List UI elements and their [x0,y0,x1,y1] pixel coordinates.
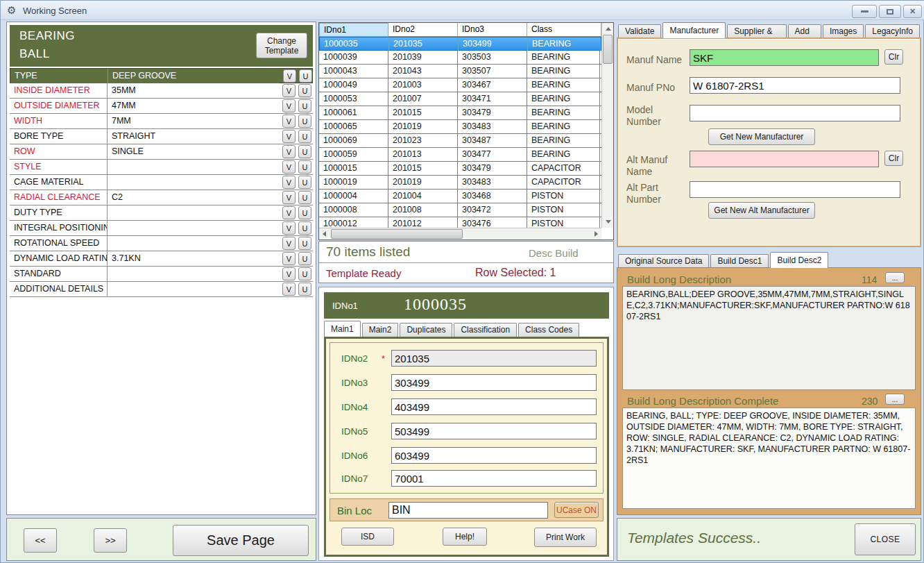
grid-column-header[interactable]: IDno3 [458,23,527,37]
update-attr-button[interactable]: U [298,145,311,158]
grid-row[interactable]: 1000039 201039 303503 BEARING [319,51,601,65]
update-attr-button[interactable]: U [298,283,311,296]
tab-manufacturer[interactable]: Manufacturer [662,22,726,38]
model-number-field[interactable] [690,105,900,121]
grid-row[interactable]: 1000019 201019 303483 CAPACITOR [319,176,601,190]
grid-row[interactable]: 1000069 201023 303487 BEARING [319,134,601,148]
maximize-button[interactable] [879,5,901,18]
validate-attr-button[interactable]: V [282,252,296,265]
idno2-field[interactable] [391,350,597,367]
tab-class-codes[interactable]: Class Codes [518,323,579,337]
grid-row[interactable]: 1000061 201015 303479 BEARING [319,106,601,120]
scroll-up-icon[interactable] [606,27,611,31]
validate-attr-button[interactable]: V [282,99,296,112]
idno4-field[interactable] [391,398,597,415]
validate-attr-button[interactable]: V [282,191,296,204]
idno6-field[interactable] [391,447,597,464]
isd-button[interactable]: ISD [341,528,394,546]
alt-part-number-field[interactable] [690,181,900,198]
prev-page-button[interactable]: << [24,528,57,553]
update-attr-button[interactable]: U [298,267,311,280]
tab-classification[interactable]: Classification [454,323,517,337]
tab-build-desc2[interactable]: Build Desc2 [770,252,828,268]
help-button[interactable]: Help! [443,528,487,546]
tab-validate[interactable]: Validate [618,24,661,38]
update-attr-button[interactable]: U [298,206,311,219]
grid-horizontal-scrollbar[interactable] [319,228,601,240]
manuf-name-field[interactable] [690,49,879,66]
update-attr-button[interactable]: U [299,69,312,83]
horizontal-scroll-thumb[interactable] [331,229,463,239]
grid-column-header[interactable]: IDno1 [319,23,388,37]
update-attr-button[interactable]: U [298,99,311,112]
update-attr-button[interactable]: U [298,160,311,174]
grid-row[interactable]: 1000004 201004 303468 PISTON [319,190,601,203]
clr-manuf-name-button[interactable]: Clr [884,49,903,65]
grid-row[interactable]: 1000059 201013 303477 BEARING [319,148,601,162]
clr-alt-manuf-button[interactable]: Clr [884,151,903,166]
close-button[interactable]: CLOSE [855,523,916,555]
expand-long-description-button[interactable]: ... [885,272,905,283]
idno3-field[interactable] [391,374,597,391]
update-attr-button[interactable]: U [298,221,311,235]
get-new-alt-manufacturer-button[interactable]: Get New Alt Manufacturer [708,202,815,219]
grid-row[interactable]: 1000049 201003 303467 BEARING [319,78,601,92]
scroll-left-icon[interactable] [323,231,326,237]
expand-long-description-complete-button[interactable]: ... [885,394,905,405]
validate-attr-button[interactable]: V [282,130,296,143]
update-attr-button[interactable]: U [298,237,311,250]
next-page-button[interactable]: >> [94,528,127,553]
build-long-description-complete-text[interactable]: BEARING, BALL; TYPE: DEEP GROOVE, INSIDE… [622,407,916,509]
update-attr-button[interactable]: U [298,191,311,204]
validate-attr-button[interactable]: V [282,160,296,174]
validate-attr-button[interactable]: V [282,221,296,235]
scroll-down-icon[interactable] [606,220,611,224]
grid-row[interactable]: 1000008 201008 303472 PISTON [319,203,601,217]
alt-manuf-name-field[interactable] [690,151,879,167]
validate-attr-button[interactable]: V [283,69,296,83]
ucase-toggle-button[interactable]: UCase ON [554,502,599,518]
idno7-field[interactable] [391,470,597,487]
bin-loc-field[interactable] [388,502,548,519]
validate-attr-button[interactable]: V [282,237,296,250]
tab-duplicates[interactable]: Duplicates [400,323,452,337]
update-attr-button[interactable]: U [298,176,311,189]
manuf-pno-field[interactable] [690,77,900,94]
grid-row[interactable]: 1000043 201043 303507 BEARING [319,65,601,78]
grid-row-selected[interactable]: 1000035 201035 303499 BEARING [319,37,601,51]
grid-column-header[interactable]: Class [527,23,601,37]
minimize-button[interactable] [852,5,877,18]
grid-row[interactable]: 1000065 201019 303483 BEARING [319,120,601,134]
get-new-manufacturer-button[interactable]: Get New Manufacturer [708,128,815,145]
scroll-right-icon[interactable] [594,231,598,237]
validate-attr-button[interactable]: V [282,145,296,158]
build-long-description-text[interactable]: BEARING,BALL;DEEP GROOVE,35MM,47MM,7MM,S… [622,286,916,390]
validate-attr-button[interactable]: V [282,267,296,280]
grid-row[interactable]: 1000053 201007 303471 BEARING [319,92,601,106]
close-window-button[interactable]: ✕ [903,5,922,18]
change-template-button[interactable]: Change Template [256,33,307,58]
tab-add-info[interactable]: Add Info [788,24,821,38]
validate-attr-button[interactable]: V [282,176,296,189]
update-attr-button[interactable]: U [298,130,311,143]
grid-column-header[interactable]: IDno2 [388,23,458,37]
tab-supplier-drawing[interactable]: Supplier & Drawing [727,24,786,38]
tab-main1[interactable]: Main1 [324,321,361,337]
tab-original-source-data[interactable]: Original Source Data [618,254,709,268]
update-attr-button[interactable]: U [298,115,311,128]
grid-row[interactable]: 1000015 201015 303479 CAPACITOR [319,162,601,176]
validate-attr-button[interactable]: V [282,206,296,219]
print-work-button[interactable]: Print Work [534,528,597,547]
tab-build-desc1[interactable]: Build Desc1 [710,254,769,268]
tab-legacyinfo[interactable]: LegacyInfo [865,24,920,38]
grid-vertical-scrollbar[interactable] [601,23,613,228]
save-page-button[interactable]: Save Page [173,525,309,556]
validate-attr-button[interactable]: V [282,115,296,128]
vertical-scroll-thumb[interactable] [603,35,613,64]
tab-images[interactable]: Images [823,24,864,38]
tab-main2[interactable]: Main2 [362,323,399,337]
update-attr-button[interactable]: U [298,84,311,97]
validate-attr-button[interactable]: V [282,84,296,97]
update-attr-button[interactable]: U [298,252,311,265]
validate-attr-button[interactable]: V [282,283,296,296]
